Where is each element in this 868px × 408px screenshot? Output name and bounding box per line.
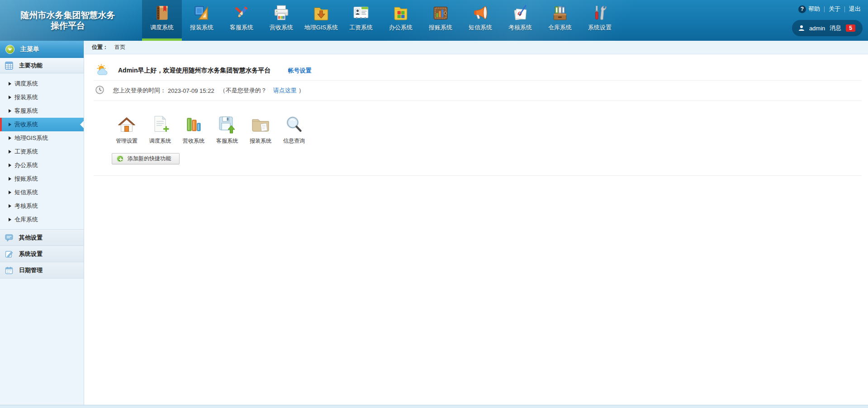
- magnifier-icon: [284, 115, 304, 134]
- nav-tab-assessment[interactable]: 考核系统: [500, 0, 540, 41]
- shortcut-label: 调度系统: [149, 137, 171, 145]
- wallet-chart-icon: [432, 4, 449, 22]
- nav-tab-warehouse[interactable]: 仓库系统: [540, 0, 580, 41]
- divider: [94, 101, 862, 101]
- main-nav: 调度系统 报装系统 客服系统 营收系统: [142, 0, 620, 41]
- help-label: 帮助: [808, 5, 820, 13]
- user-pill[interactable]: admin 消息 5: [792, 20, 863, 36]
- section-label: 主要功能: [19, 62, 43, 70]
- nav-tab-installation[interactable]: 报装系统: [182, 0, 222, 41]
- header-links: ? 帮助 关于 退出: [798, 5, 861, 13]
- sidebar-item-assessment[interactable]: 考核系统: [0, 199, 84, 213]
- clock-icon: [95, 86, 104, 96]
- section-label: 日期管理: [19, 266, 43, 274]
- application-window: 随州市水务集团智慧水务 操作平台 调度系统 报装系统 客服系统: [0, 0, 868, 408]
- nav-tab-reimbursement[interactable]: 报账系统: [421, 0, 460, 41]
- nav-tab-label: 考核系统: [508, 24, 532, 32]
- nav-tab-gis[interactable]: 地理GIS系统: [301, 0, 341, 41]
- arrow-right-icon: [9, 163, 13, 167]
- arrow-right-icon: [9, 218, 13, 221]
- nav-tab-revenue[interactable]: 营收系统: [261, 0, 301, 41]
- sidebar-item-reimbursement[interactable]: 报账系统: [0, 172, 84, 186]
- sidebar-item-label: 地理GIS系统: [14, 134, 48, 142]
- sidebar-item-warehouse[interactable]: 仓库系统: [0, 213, 84, 226]
- sidebar-item-customer-service[interactable]: 客服系统: [0, 104, 84, 118]
- sidebar-item-label: 调度系统: [14, 80, 38, 88]
- breadcrumb: 位置： 首页: [85, 41, 868, 54]
- sidebar-item-sms[interactable]: 短信系统: [0, 186, 84, 199]
- shortcut-admin-settings[interactable]: 管理设置: [110, 115, 143, 145]
- sidebar-item-label: 短信系统: [14, 188, 38, 197]
- sidebar-item-label: 考核系统: [14, 202, 38, 210]
- sidebar-item-list: 调度系统 报装系统 客服系统 营收系统 地理GIS系统 工资系统 办公系统 报账…: [0, 73, 84, 226]
- book-icon: [153, 4, 171, 22]
- about-link[interactable]: 关于: [829, 5, 840, 13]
- shortcut-installation[interactable]: 报装系统: [244, 115, 277, 145]
- account-settings-link[interactable]: 帐号设置: [288, 67, 312, 75]
- last-login-time: 2023-07-09 15:22: [168, 87, 214, 94]
- section-label: 其他设置: [19, 234, 43, 242]
- sidebar-item-office[interactable]: 办公系统: [0, 158, 84, 172]
- help-icon: ?: [798, 5, 806, 13]
- shortcut-label: 管理设置: [116, 137, 138, 145]
- arrow-right-icon: [9, 136, 13, 140]
- last-login-text: 您上次登录的时间： 2023-07-09 15:22 （不是您登录的？ 请点这里…: [113, 86, 304, 95]
- about-label: 关于: [829, 5, 840, 13]
- sidebar-item-dispatch[interactable]: 调度系统: [0, 77, 84, 91]
- logout-link[interactable]: 退出: [849, 5, 861, 13]
- divider: [94, 175, 862, 176]
- sidebar-section-system-settings[interactable]: 系统设置: [0, 246, 84, 262]
- pencil-brush-icon: [233, 4, 250, 22]
- sidebar: 主菜单 主要功能 调度系统 报装系统 客服系统 营收系统 地理GIS系统 工资系…: [0, 41, 84, 405]
- sidebar-section-other-settings[interactable]: 其他设置: [0, 230, 84, 246]
- comment-icon: [5, 234, 13, 242]
- folder-download-icon: [313, 4, 330, 22]
- folder-doc-icon: [251, 115, 270, 134]
- shortcut-revenue[interactable]: 营收系统: [177, 115, 210, 145]
- nav-tab-customer-service[interactable]: 客服系统: [222, 0, 261, 41]
- nav-tab-office[interactable]: 办公系统: [381, 0, 421, 41]
- shortcut-customer-service[interactable]: 客服系统: [210, 115, 244, 145]
- sidebar-section-main-functions[interactable]: 主要功能: [0, 58, 84, 73]
- app-title: 随州市水务集团智慧水务 操作平台: [0, 0, 136, 41]
- office-folder-icon: [392, 4, 409, 22]
- click-here-link[interactable]: 请点这里: [273, 86, 297, 95]
- divider: [844, 6, 845, 12]
- help-link[interactable]: ? 帮助: [798, 5, 820, 13]
- shortcut-dispatch[interactable]: 调度系统: [143, 115, 177, 145]
- last-login-row: 您上次登录的时间： 2023-07-09 15:22 （不是您登录的？ 请点这里…: [95, 81, 861, 101]
- add-shortcut-label: 添加新的快捷功能: [128, 155, 171, 163]
- nav-tab-payroll[interactable]: 工资系统: [341, 0, 381, 41]
- home-icon: [117, 115, 137, 134]
- sidebar-item-installation[interactable]: 报装系统: [0, 91, 84, 104]
- nav-tab-label: 地理GIS系统: [304, 24, 338, 32]
- bar-chart-icon: [184, 115, 204, 134]
- nav-tab-sms[interactable]: 短信系统: [460, 0, 500, 41]
- shortcut-grid: 管理设置 调度系统 营收系统 客服系统 报装系统 信息查询: [110, 115, 868, 145]
- sidebar-item-gis[interactable]: 地理GIS系统: [0, 131, 84, 145]
- user-icon: [798, 25, 805, 31]
- nav-tab-label: 短信系统: [469, 24, 492, 32]
- shortcut-label: 信息查询: [283, 137, 305, 145]
- grid-icon: [5, 62, 13, 70]
- add-shortcut-button[interactable]: 添加新的快捷功能: [112, 153, 180, 164]
- nav-tab-label: 调度系统: [150, 24, 174, 32]
- breadcrumb-current: 首页: [114, 43, 125, 51]
- divider: [824, 6, 825, 12]
- sidebar-menu-header[interactable]: 主菜单: [0, 41, 84, 58]
- plus-icon: [117, 155, 123, 162]
- nav-tab-system-settings[interactable]: 系统设置: [580, 0, 620, 41]
- nav-tab-label: 仓库系统: [548, 24, 572, 32]
- sidebar-item-payroll[interactable]: 工资系统: [0, 145, 84, 158]
- arrow-right-icon: [9, 150, 13, 154]
- not-you-suffix: ）: [299, 86, 304, 95]
- id-card-icon: [352, 4, 370, 22]
- messages-link[interactable]: 消息: [830, 24, 841, 32]
- arrow-right-icon: [9, 109, 13, 113]
- tools-icon: [591, 4, 608, 22]
- sidebar-item-revenue[interactable]: 营收系统: [0, 118, 84, 131]
- shortcut-info-query[interactable]: 信息查询: [277, 115, 311, 145]
- nav-tab-dispatch[interactable]: 调度系统: [142, 0, 182, 41]
- section-label: 系统设置: [19, 250, 43, 258]
- sidebar-section-date-management[interactable]: 日期管理: [0, 262, 84, 278]
